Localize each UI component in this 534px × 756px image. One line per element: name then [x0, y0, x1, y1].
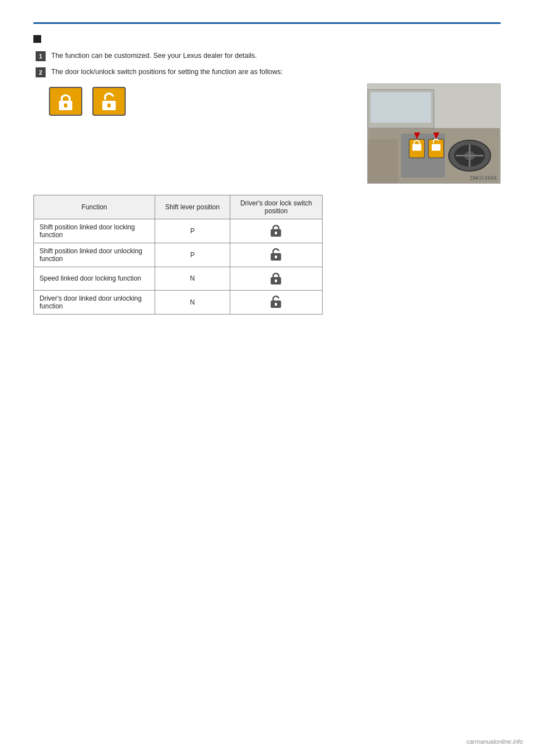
svg-rect-17 [432, 144, 441, 151]
col-header-switch: Driver's door lock switch position [230, 195, 322, 219]
section-header [33, 34, 501, 43]
table-row: Driver's door linked door unlocking func… [34, 290, 323, 314]
table-cell-lock [230, 267, 322, 290]
table-cell-function: Shift position linked door unlocking fun… [34, 243, 155, 267]
lock-icons-row [49, 87, 356, 116]
content-left [33, 84, 356, 121]
numbered-item-2: 2 The door lock/unlock switch positions … [36, 67, 501, 77]
item-number-1: 1 [36, 51, 46, 61]
numbered-item-1: 1 The function can be customized. See yo… [36, 51, 501, 61]
item-text-2: The door lock/unlock switch positions fo… [51, 67, 283, 77]
table-header-row: Function Shift lever position Driver's d… [34, 195, 323, 219]
lock-open-button [92, 87, 126, 116]
table-cell-shift: P [155, 243, 230, 267]
lock-open-icon [269, 247, 283, 261]
svg-rect-16 [412, 144, 421, 151]
function-table: Function Shift lever position Driver's d… [33, 195, 323, 315]
lock-closed-icon [56, 92, 75, 111]
svg-rect-26 [275, 279, 277, 282]
car-interior-svg [368, 84, 500, 183]
svg-rect-28 [275, 303, 277, 306]
svg-rect-24 [275, 256, 277, 258]
svg-rect-22 [275, 232, 277, 234]
table-cell-lock [230, 290, 322, 314]
svg-rect-20 [368, 139, 398, 183]
lock-open-icon [100, 92, 118, 111]
item-number-2: 2 [36, 67, 46, 77]
svg-rect-1 [64, 104, 67, 107]
svg-rect-3 [107, 104, 111, 107]
table-cell-lock [230, 243, 322, 267]
blue-rule [33, 22, 501, 24]
table-cell-shift: N [155, 267, 230, 290]
table-cell-shift: P [155, 219, 230, 243]
lock-open-icon [269, 294, 283, 308]
lock-closed-icon [269, 223, 283, 237]
table-cell-function: Speed linked door locking function [34, 267, 155, 290]
col-header-shift: Shift lever position [155, 195, 230, 219]
table-cell-function: Shift position linked door locking funct… [34, 219, 155, 243]
car-interior-image: IN#3CX004 [367, 84, 501, 184]
content-row: IN#3CX004 [33, 84, 501, 184]
lock-closed-button [49, 87, 82, 116]
table-row: Shift position linked door locking funct… [34, 219, 323, 243]
table-row: Shift position linked door unlocking fun… [34, 243, 323, 267]
table-cell-lock [230, 219, 322, 243]
image-label: IN#3CX004 [469, 175, 497, 181]
table-cell-function: Driver's door linked door unlocking func… [34, 290, 155, 314]
table-cell-shift: N [155, 290, 230, 314]
page-container: 1 The function can be customized. See yo… [0, 0, 534, 756]
item-text-1: The function can be customized. See your… [51, 51, 257, 61]
table-row: Speed linked door locking functionN [34, 267, 323, 290]
col-header-function: Function [34, 195, 155, 219]
section-bullet-icon [33, 35, 41, 43]
lock-closed-icon [269, 271, 283, 284]
svg-rect-19 [370, 92, 431, 122]
watermark: carmanualonline.info [466, 738, 523, 745]
